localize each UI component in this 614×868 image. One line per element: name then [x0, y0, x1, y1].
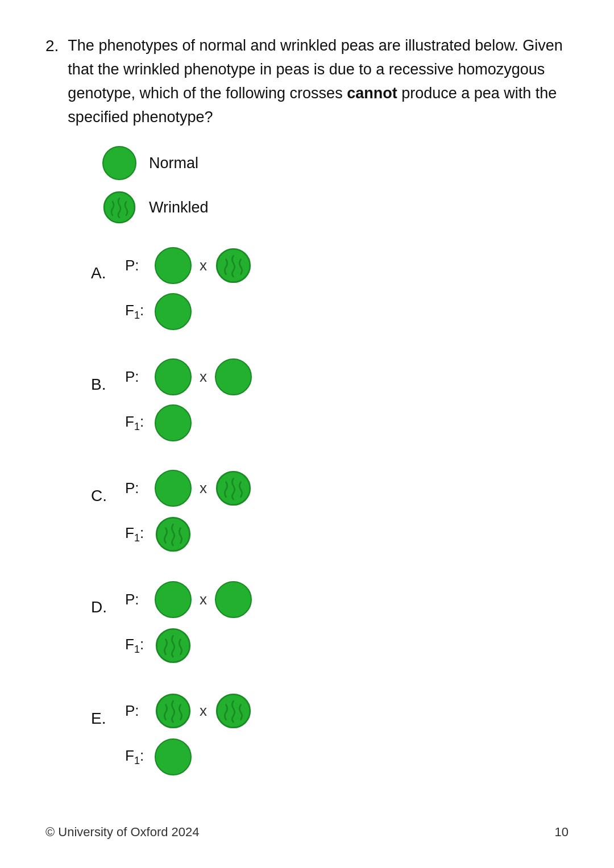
- option-b-cross: x: [200, 368, 207, 386]
- option-e-cross: x: [200, 702, 207, 720]
- options-block: A. P: x: [91, 247, 569, 775]
- option-b: B. P: x F1:: [91, 358, 569, 441]
- normal-pea-icon: [102, 146, 136, 180]
- option-b-f1: F1:: [125, 404, 252, 441]
- footer: © University of Oxford 2024 10: [45, 825, 569, 840]
- option-d-parent-left: [155, 581, 192, 618]
- option-e-letter: E.: [91, 710, 108, 728]
- legend-wrinkled: Wrinkled: [102, 190, 569, 224]
- option-c-parents: P: x: [125, 470, 252, 507]
- option-c-f1-label: F1:: [125, 524, 147, 544]
- option-e-f1-pea: [155, 738, 192, 775]
- option-a-parent-right: [215, 247, 252, 284]
- option-b-p-label: P:: [125, 368, 147, 386]
- option-d-f1-pea: [155, 627, 192, 664]
- copyright: © University of Oxford 2024: [45, 825, 200, 840]
- option-a-p-label: P:: [125, 257, 147, 274]
- legend: Normal Wrinkled: [102, 146, 569, 224]
- option-b-letter: B.: [91, 375, 108, 394]
- option-c-parent-right: [215, 470, 252, 507]
- option-d-parent-right: [215, 581, 252, 618]
- legend-normal: Normal: [102, 146, 569, 180]
- option-a-f1-label: F1:: [125, 302, 147, 322]
- option-c-cross: x: [200, 479, 207, 497]
- normal-label: Normal: [149, 155, 198, 172]
- option-e: E. P: x: [91, 692, 569, 775]
- option-e-content: P: x: [125, 692, 252, 775]
- option-d: D. P: x F1:: [91, 581, 569, 664]
- question-number: 2.: [45, 34, 59, 129]
- option-a-parent-left: [155, 247, 192, 284]
- option-e-p-label: P:: [125, 702, 147, 720]
- option-a-letter: A.: [91, 264, 108, 282]
- option-c-p-label: P:: [125, 479, 147, 497]
- option-c: C. P: x F1:: [91, 470, 569, 553]
- option-d-f1-label: F1:: [125, 636, 147, 656]
- question-bold: cannot: [347, 85, 397, 102]
- option-e-parent-right: [215, 692, 252, 729]
- question-text: 2. The phenotypes of normal and wrinkled…: [45, 34, 569, 129]
- option-a-parents: P: x: [125, 247, 252, 284]
- option-b-parents: P: x: [125, 358, 252, 395]
- option-c-f1: F1:: [125, 516, 252, 553]
- option-d-parents: P: x: [125, 581, 252, 618]
- page-number: 10: [555, 825, 569, 840]
- option-a-f1-pea: [155, 293, 192, 330]
- option-e-f1-label: F1:: [125, 747, 147, 767]
- option-a-cross: x: [200, 257, 207, 274]
- option-c-parent-left: [155, 470, 192, 507]
- option-b-parent-right: [215, 358, 252, 395]
- option-d-content: P: x F1:: [125, 581, 252, 664]
- option-d-letter: D.: [91, 598, 108, 616]
- question-body: The phenotypes of normal and wrinkled pe…: [68, 34, 569, 129]
- question-block: 2. The phenotypes of normal and wrinkled…: [45, 34, 569, 775]
- option-c-content: P: x F1:: [125, 470, 252, 553]
- option-a-f1: F1:: [125, 293, 252, 330]
- wrinkled-label: Wrinkled: [149, 199, 209, 216]
- option-d-p-label: P:: [125, 591, 147, 608]
- option-d-f1: F1:: [125, 627, 252, 664]
- option-c-f1-pea: [155, 516, 192, 553]
- option-b-f1-pea: [155, 404, 192, 441]
- option-d-cross: x: [200, 591, 207, 608]
- option-c-letter: C.: [91, 487, 108, 505]
- option-e-parent-left: [155, 692, 192, 729]
- option-a-content: P: x F1:: [125, 247, 252, 330]
- option-b-content: P: x F1:: [125, 358, 252, 441]
- option-a: A. P: x: [91, 247, 569, 330]
- option-e-f1: F1:: [125, 738, 252, 775]
- option-e-parents: P: x: [125, 692, 252, 729]
- option-b-parent-left: [155, 358, 192, 395]
- wrinkled-pea-icon: [102, 190, 136, 224]
- option-b-f1-label: F1:: [125, 413, 147, 433]
